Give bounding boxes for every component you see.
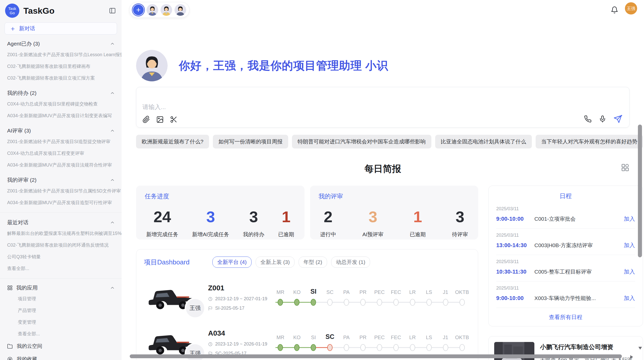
milestone-dot[interactable] — [311, 299, 316, 306]
project-date-range: 2023-12-19 ~ 2027-01-19 — [215, 296, 267, 302]
sidebar-task-item[interactable]: A034-全新新能源MUV产品开发项目法规符合性评审 — [0, 159, 122, 171]
sidebar-task-item[interactable]: A034-全新新能源MUV产品开发项目计划变更表编写 — [0, 110, 122, 122]
user-avatar[interactable]: 王强 — [625, 2, 637, 14]
milestone-dot[interactable] — [294, 344, 300, 351]
dashboard-tab[interactable]: 年型 (2) — [299, 257, 327, 268]
milestone-dot[interactable] — [426, 299, 432, 306]
stat-value: 1 — [410, 209, 426, 225]
milestone-dot[interactable] — [377, 344, 382, 351]
recent-chat-item[interactable]: 公司Q3轻卡销量 — [0, 251, 122, 263]
suggestion-chip[interactable]: 当下年轻人对汽车外观有怎样的喜好趋势 — [536, 135, 643, 148]
sidebar-task-item[interactable]: C02-飞腾新能源轻客改款项目里程碑画布 — [0, 61, 122, 72]
agent-avatar-1[interactable] — [147, 4, 158, 16]
send-button[interactable] — [613, 115, 622, 123]
app-item[interactable]: 变更管理 — [0, 316, 122, 328]
app-item[interactable]: 项目管理 — [0, 293, 122, 305]
recent-chat-item[interactable]: 解释最新出台的欧盟报废车法规再生塑料比例被调至15%... — [0, 228, 122, 239]
chevron-up-icon[interactable] — [110, 177, 115, 183]
schedule-event-name: C003|H0B-方案冻结评审 — [534, 242, 621, 249]
milestone-dot[interactable] — [311, 344, 316, 351]
schedule-view-all-link[interactable]: 查看所有日程 — [496, 313, 635, 321]
app-item[interactable]: 产品管理 — [0, 305, 122, 316]
suggestion-chip[interactable]: 比亚迪全固态电池计划具体说了什么 — [435, 135, 532, 148]
milestone-dot[interactable] — [294, 299, 300, 306]
milestone-dot[interactable] — [410, 344, 415, 351]
suggestion-chip[interactable]: 欧洲新规最近颁布了什么? — [136, 135, 209, 148]
milestone-dot[interactable] — [443, 344, 448, 351]
suggestion-chip[interactable]: 如何写一份清晰的项目周报 — [213, 135, 288, 148]
schedule-join-link[interactable]: 加入 — [624, 294, 635, 302]
chevron-up-icon[interactable] — [110, 220, 115, 225]
milestone-dot[interactable] — [278, 299, 283, 306]
apps-view-all-link[interactable]: 查看全部... — [0, 328, 122, 340]
milestone-dot-row — [437, 297, 454, 307]
milestone-dot[interactable] — [443, 299, 448, 306]
milestone-dot[interactable] — [377, 299, 382, 306]
sidebar-item-star[interactable]: 我的收藏 — [0, 353, 122, 360]
sidebar-collapse-button[interactable] — [109, 7, 116, 14]
greeting-text: 你好，王强，我是你的项目管理助理 小识 — [179, 58, 388, 73]
schedule-join-link[interactable]: 加入 — [624, 268, 635, 276]
milestone-dot[interactable] — [278, 344, 283, 351]
chevron-up-icon[interactable] — [110, 91, 115, 96]
add-agent-button[interactable]: + — [133, 4, 144, 16]
milestone-label: MR — [276, 331, 284, 340]
recent-chat-item[interactable]: C02-飞腾新能源轻客改款项目的闭环通告反馈情况 — [0, 239, 122, 251]
schedule-event-name: C001-立项审批会 — [534, 215, 621, 222]
sidebar-task-item[interactable]: Z001-全新燃油皮卡产品开发项目SI节点Lesson Learn报告 — [0, 49, 122, 61]
sidebar-task-item[interactable]: C02-飞腾新能源轻客改款项目立项汇报方案 — [0, 72, 122, 84]
screenshot-button[interactable] — [170, 116, 178, 123]
chevron-up-icon[interactable] — [110, 285, 115, 290]
dashboard-tab[interactable]: 动总开发 (1) — [331, 257, 370, 268]
agent-avatar-2[interactable] — [160, 4, 172, 16]
notification-bell-icon[interactable] — [611, 6, 618, 15]
project-dashboard-card: 项目Dashboard 全新平台 (4)全新上装 (3)年型 (2)动总开发 (… — [136, 249, 478, 360]
milestone-dot[interactable] — [426, 344, 432, 351]
attach-button[interactable] — [142, 116, 150, 123]
new-chat-button[interactable]: ＋ 新对话 — [5, 22, 117, 35]
milestone-dot[interactable] — [344, 344, 349, 351]
person-illustration — [174, 4, 186, 16]
briefing-layout-icon[interactable] — [621, 163, 630, 173]
sidebar-task-item[interactable]: C0X4-动力总成开发项目SI里程碑提交物检查 — [0, 98, 122, 110]
milestone: PA — [338, 286, 355, 307]
sidebar-task-item[interactable]: A034-全新新能源MUV产品开发项目造型可行性评审 — [0, 197, 122, 208]
sidebar-task-item[interactable]: C0X4-动力总成开发项目工程变更评审 — [0, 147, 122, 159]
milestone-dot[interactable] — [360, 344, 366, 351]
scroll-down-arrow-icon[interactable] — [638, 347, 642, 350]
scroll-right-arrow-icon[interactable] — [630, 355, 633, 359]
sidebar-task-item[interactable]: Z001-全新燃油轻卡产品开发项目SI造型提交物评审 — [0, 136, 122, 147]
chevron-up-icon[interactable] — [110, 128, 115, 133]
vertical-scrollbar[interactable] — [638, 125, 642, 257]
milestone-dot[interactable] — [459, 344, 465, 351]
horizontal-scrollbar[interactable] — [130, 354, 622, 358]
dashboard-tab[interactable]: 全新平台 (4) — [212, 257, 252, 268]
stat: 3新增AI完成任务 — [192, 209, 229, 238]
schedule-join-link[interactable]: 加入 — [624, 242, 635, 249]
milestone-label: PA — [343, 331, 350, 340]
chat-input[interactable] — [136, 87, 629, 113]
milestone-dot[interactable] — [327, 344, 333, 351]
new-chat-label: 新对话 — [19, 25, 35, 32]
image-upload-button[interactable] — [156, 116, 164, 123]
milestone-dot[interactable] — [393, 344, 399, 351]
app-logo-line2: Go — [10, 11, 15, 15]
milestone-label: LR — [409, 286, 416, 295]
milestone-dot[interactable] — [327, 299, 333, 306]
voice-button[interactable] — [599, 115, 606, 123]
sidebar-item-folder[interactable]: 我的云空间 — [0, 340, 122, 353]
schedule-join-link[interactable]: 加入 — [624, 215, 635, 223]
sidebar-task-item[interactable]: Z001-全新燃油轻卡产品开发项目SI节点属性5D文件评审 — [0, 185, 122, 197]
milestone-dot[interactable] — [410, 299, 415, 306]
milestone-dot[interactable] — [393, 299, 399, 306]
recent-view-all-link[interactable]: 查看全部... — [0, 263, 122, 274]
dashboard-tab[interactable]: 全新上装 (3) — [256, 257, 295, 268]
suggestion-chip[interactable]: 特朗普可能对进口汽车增税会对中国车企造成哪些影响 — [292, 135, 431, 148]
call-button[interactable] — [584, 115, 592, 123]
agent-avatar-3[interactable] — [174, 4, 186, 16]
milestone-dot[interactable] — [360, 299, 366, 306]
chevron-up-icon[interactable] — [110, 41, 115, 46]
stats-row: 任务进度24新增完成任务3新增AI完成任务3我的待办1已逾期我的评审2进行中3A… — [136, 186, 478, 239]
milestone-dot[interactable] — [459, 299, 465, 306]
milestone-dot[interactable] — [344, 299, 349, 306]
